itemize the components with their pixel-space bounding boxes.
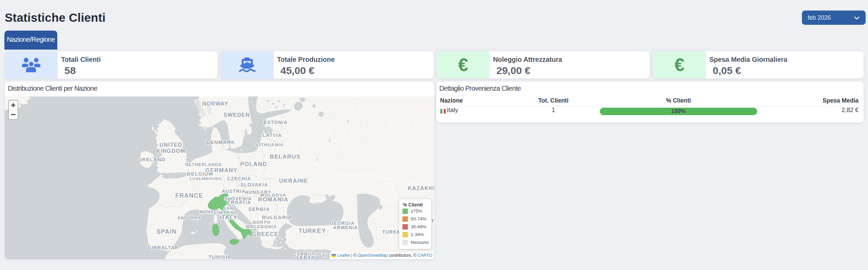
svg-text:ESTONIA: ESTONIA <box>264 120 288 125</box>
svg-text:AUSTRIA: AUSTRIA <box>222 188 246 194</box>
svg-text:KINGDOM: KINGDOM <box>156 148 185 154</box>
svg-text:GIBRALTAR: GIBRALTAR <box>147 245 178 250</box>
svg-text:TUNISIA: TUNISIA <box>209 254 232 259</box>
svg-text:SWEDEN: SWEDEN <box>223 112 250 118</box>
svg-text:UKRAINE: UKRAINE <box>279 178 308 184</box>
svg-text:ITALY: ITALY <box>220 214 237 221</box>
svg-text:GREECE: GREECE <box>252 231 279 237</box>
svg-text:POLAND: POLAND <box>240 161 267 167</box>
svg-text:BELARUS: BELARUS <box>270 154 301 160</box>
svg-text:IRELAND: IRELAND <box>140 157 165 162</box>
svg-text:ANDORRA: ANDORRA <box>177 216 201 220</box>
svg-text:CROATIA: CROATIA <box>227 200 251 205</box>
svg-text:DENMARK: DENMARK <box>206 139 235 145</box>
svg-text:LUXEMBOURG: LUXEMBOURG <box>190 177 222 181</box>
svg-text:TURKEY: TURKEY <box>298 228 326 234</box>
svg-text:LITHUANIA: LITHUANIA <box>256 142 284 147</box>
svg-text:LATVIA: LATVIA <box>263 132 282 138</box>
svg-text:SERBIA: SERBIA <box>248 206 270 212</box>
svg-text:BELGIUM: BELGIUM <box>187 171 213 177</box>
svg-text:ROMANIA: ROMANIA <box>258 196 289 203</box>
svg-text:T: T <box>431 218 434 224</box>
svg-text:FRANCE: FRANCE <box>175 192 203 199</box>
svg-text:MACEDONIA: MACEDONIA <box>246 224 277 229</box>
svg-text:NORWAY: NORWAY <box>202 101 228 107</box>
svg-text:SYI: SYI <box>318 253 327 258</box>
svg-text:SLOVAKIA: SLOVAKIA <box>241 182 268 187</box>
svg-text:UNITED: UNITED <box>160 142 182 148</box>
svg-text:NETHERLANDS: NETHERLANDS <box>185 162 222 167</box>
svg-text:ARMENIA: ARMENIA <box>333 225 358 230</box>
svg-text:SPAIN: SPAIN <box>156 228 177 235</box>
svg-text:MONACO: MONACO <box>200 210 221 214</box>
svg-text:CZECHIA: CZECHIA <box>227 176 251 181</box>
svg-text:BULGARIA: BULGARIA <box>262 214 292 220</box>
svg-text:KAZAKHS: KAZAKHS <box>408 185 434 191</box>
